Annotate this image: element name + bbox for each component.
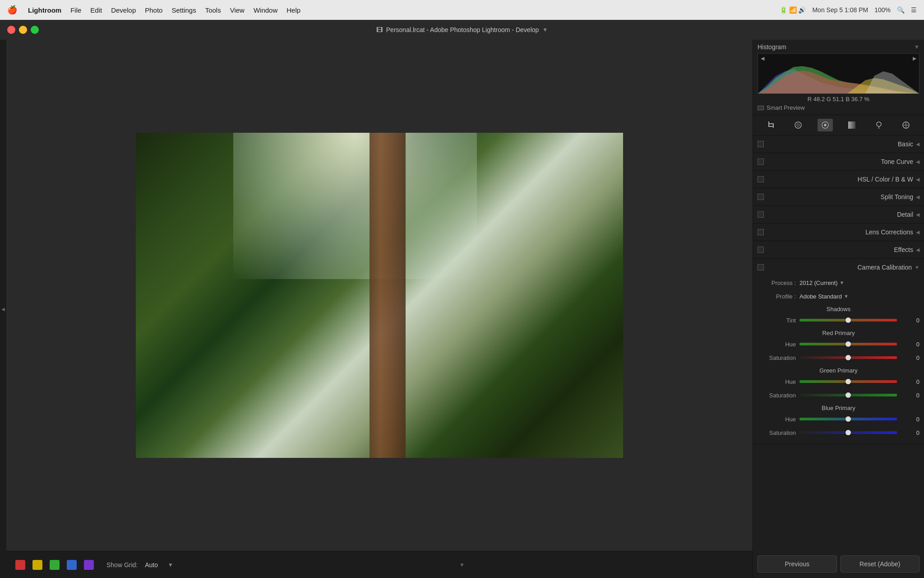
blue-sat-thumb[interactable] bbox=[845, 430, 851, 435]
camera-calibration-expand-icon[interactable]: ▼ bbox=[915, 265, 919, 270]
green-sat-thumb[interactable] bbox=[845, 392, 851, 398]
menu-bar-right: 🔋 📶 🔊 Mon Sep 5 1:08 PM 100% 🔍 ☰ bbox=[780, 6, 917, 14]
histogram-svg bbox=[758, 54, 919, 93]
tone-curve-label: Tone Curve bbox=[767, 158, 913, 165]
green-primary-label: Green Primary bbox=[758, 364, 919, 375]
green-hue-slider[interactable] bbox=[799, 380, 897, 383]
tint-thumb[interactable] bbox=[845, 317, 851, 323]
green-hue-value: 0 bbox=[902, 378, 919, 385]
menu-help[interactable]: Help bbox=[286, 6, 300, 14]
crop-icon bbox=[767, 121, 776, 130]
hsl-expand-icon[interactable]: ◀ bbox=[916, 177, 919, 182]
left-arrow-icon: ◀ bbox=[1, 307, 5, 312]
menu-photo[interactable]: Photo bbox=[145, 6, 162, 14]
panel-split-toning-row[interactable]: Split Toning ◀ bbox=[753, 188, 924, 205]
tint-slider[interactable] bbox=[799, 319, 897, 322]
panel-detail-row[interactable]: Detail ◀ bbox=[753, 206, 924, 223]
search-icon[interactable]: 🔍 bbox=[897, 6, 905, 14]
main-layout: ◀ Show Grid: Auto ▼ ▼ Hist bbox=[0, 40, 924, 578]
close-button[interactable] bbox=[7, 26, 15, 34]
bottom-center-arrow[interactable]: ▼ bbox=[459, 562, 465, 568]
flag-red[interactable] bbox=[15, 560, 25, 570]
title-chevron-icon: ▼ bbox=[542, 27, 548, 33]
menu-settings[interactable]: Settings bbox=[171, 6, 196, 14]
basic-expand-icon[interactable]: ◀ bbox=[916, 141, 919, 147]
crop-tool[interactable] bbox=[763, 119, 779, 131]
menu-develop[interactable]: Develop bbox=[111, 6, 136, 14]
split-toning-expand-icon[interactable]: ◀ bbox=[916, 194, 919, 200]
flag-yellow[interactable] bbox=[32, 560, 42, 570]
target-icon bbox=[901, 121, 910, 130]
show-grid-value[interactable]: Auto bbox=[145, 561, 158, 569]
camera-calibration-toggle[interactable] bbox=[758, 264, 764, 270]
green-hue-thumb[interactable] bbox=[845, 379, 851, 384]
status-icons: 🔋 📶 🔊 bbox=[780, 6, 806, 14]
left-panel-toggle[interactable]: ◀ bbox=[0, 40, 6, 578]
lens-corrections-toggle[interactable] bbox=[758, 229, 764, 235]
previous-button[interactable]: Previous bbox=[758, 555, 837, 573]
red-sat-thumb[interactable] bbox=[845, 355, 851, 360]
redeye-icon bbox=[821, 121, 830, 130]
blue-hue-thumb[interactable] bbox=[845, 416, 851, 422]
reset-button[interactable]: Reset (Adobe) bbox=[841, 555, 920, 573]
red-hue-slider[interactable] bbox=[799, 343, 897, 345]
process-caret-icon: ▼ bbox=[840, 280, 845, 285]
panel-basic-row[interactable]: Basic ◀ bbox=[753, 135, 924, 153]
menu-edit[interactable]: Edit bbox=[90, 6, 102, 14]
histogram-canvas: ◀ ▶ bbox=[758, 53, 919, 94]
panel-hsl-row[interactable]: HSL / Color / B & W ◀ bbox=[753, 171, 924, 188]
svg-rect-8 bbox=[848, 121, 855, 129]
menu-view[interactable]: View bbox=[230, 6, 245, 14]
basic-toggle[interactable] bbox=[758, 141, 764, 147]
profile-select[interactable]: Adobe Standard ▼ bbox=[799, 293, 919, 300]
flag-purple[interactable] bbox=[84, 560, 94, 570]
camera-calibration-header-row[interactable]: Camera Calibration ▼ bbox=[753, 259, 924, 276]
menu-tools[interactable]: Tools bbox=[205, 6, 221, 14]
target-tool[interactable] bbox=[898, 119, 914, 131]
grid-dropdown-icon[interactable]: ▼ bbox=[168, 562, 173, 568]
menu-file[interactable]: File bbox=[70, 6, 81, 14]
effects-toggle[interactable] bbox=[758, 247, 764, 253]
process-select[interactable]: 2012 (Current) ▼ bbox=[799, 280, 919, 286]
menu-bar: 🍎 Lightroom File Edit Develop Photo Sett… bbox=[0, 0, 924, 20]
apple-icon[interactable]: 🍎 bbox=[7, 5, 17, 15]
green-sat-slider[interactable] bbox=[799, 394, 897, 396]
basic-label: Basic bbox=[767, 140, 913, 148]
gradient-tool[interactable] bbox=[844, 119, 859, 131]
detail-expand-icon[interactable]: ◀ bbox=[916, 212, 919, 218]
spot-heal-tool[interactable] bbox=[790, 119, 806, 131]
histogram-clip-highlight-icon[interactable]: ▶ bbox=[913, 56, 916, 61]
red-sat-slider[interactable] bbox=[799, 356, 897, 359]
datetime: Mon Sep 5 1:08 PM bbox=[812, 6, 868, 14]
fullscreen-button[interactable] bbox=[31, 26, 39, 34]
panel-effects-row[interactable]: Effects ◀ bbox=[753, 241, 924, 258]
redeye-tool[interactable] bbox=[818, 119, 833, 131]
red-hue-value: 0 bbox=[902, 341, 919, 348]
menu-lightroom[interactable]: Lightroom bbox=[28, 6, 61, 14]
detail-toggle[interactable] bbox=[758, 211, 764, 218]
effects-expand-icon[interactable]: ◀ bbox=[916, 247, 919, 253]
histogram-clip-shadow-icon[interactable]: ◀ bbox=[761, 56, 764, 61]
svg-rect-3 bbox=[768, 123, 774, 124]
panel-lens-corrections-row[interactable]: Lens Corrections ◀ bbox=[753, 224, 924, 241]
tone-curve-toggle[interactable] bbox=[758, 158, 764, 165]
red-sat-row: Saturation 0 bbox=[758, 351, 919, 364]
blue-sat-slider[interactable] bbox=[799, 431, 897, 434]
flag-blue[interactable] bbox=[67, 560, 77, 570]
lens-corrections-expand-icon[interactable]: ◀ bbox=[916, 229, 919, 235]
brush-tool[interactable] bbox=[871, 119, 887, 131]
red-hue-thumb[interactable] bbox=[845, 341, 851, 347]
histogram-expand-icon[interactable]: ▼ bbox=[914, 44, 919, 50]
menu-window[interactable]: Window bbox=[254, 6, 277, 14]
histogram-title: Histogram bbox=[758, 43, 786, 51]
hsl-toggle[interactable] bbox=[758, 176, 764, 182]
split-toning-toggle[interactable] bbox=[758, 194, 764, 200]
blue-sat-label: Saturation bbox=[758, 429, 796, 436]
menu-extras-icon[interactable]: ☰ bbox=[911, 6, 917, 14]
blue-hue-slider[interactable] bbox=[799, 418, 897, 420]
panel-tone-curve-row[interactable]: Tone Curve ◀ bbox=[753, 153, 924, 170]
split-toning-label: Split Toning bbox=[767, 193, 913, 200]
tone-curve-expand-icon[interactable]: ◀ bbox=[916, 159, 919, 165]
minimize-button[interactable] bbox=[19, 26, 27, 34]
flag-green[interactable] bbox=[50, 560, 60, 570]
